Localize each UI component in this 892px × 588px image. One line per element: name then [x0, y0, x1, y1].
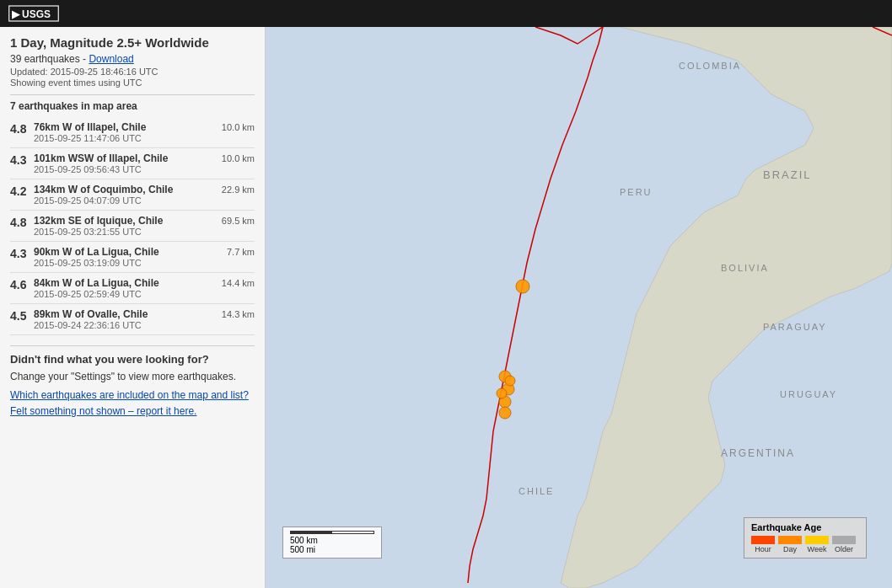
- uruguay-label: URUGUAY: [780, 389, 837, 399]
- paraguay-label: PARAGUAY: [763, 322, 827, 332]
- legend-color-box: [805, 536, 829, 544]
- scale-bar-line: [290, 531, 374, 534]
- scale-bar: 500 km 500 mi: [282, 527, 382, 559]
- eq-magnitude: 4.2: [10, 184, 34, 198]
- download-link[interactable]: Download: [89, 53, 133, 65]
- didnt-find-heading: Didn't find what you were looking for?: [10, 353, 255, 366]
- legend-color-label: Week: [808, 545, 827, 553]
- earthquake-list-item-4[interactable]: 4.8 132km SE of Iquique, Chile 2015-09-2…: [10, 211, 255, 242]
- brazil-label: BRAZIL: [763, 168, 812, 181]
- peru-label: PERU: [620, 187, 653, 197]
- eq-magnitude: 4.6: [10, 277, 34, 291]
- legend-color-box: [832, 536, 856, 544]
- scale-km: 500 km: [290, 536, 374, 545]
- eq-details: 101km WSW of Illapel, Chile 2015-09-25 0…: [34, 152, 212, 174]
- eq-location: 76km W of Illapel, Chile: [34, 121, 212, 133]
- argentina-label: ARGENTINA: [721, 447, 795, 459]
- page-title: 1 Day, Magnitude 2.5+ Worldwide: [10, 35, 255, 50]
- eq-magnitude: 4.8: [10, 121, 34, 136]
- header: ▶ USGS: [0, 0, 892, 27]
- eq-time: 2015-09-25 04:07:09 UTC: [34, 195, 212, 206]
- eq-magnitude: 4.3: [10, 246, 34, 260]
- eq-depth: 10.0 km: [212, 121, 255, 132]
- didnt-find-text: Change your "Settings" to view more eart…: [10, 371, 255, 382]
- eq-depth: 10.0 km: [212, 152, 255, 163]
- sidebar: 1 Day, Magnitude 2.5+ Worldwide 39 earth…: [0, 27, 266, 588]
- eq-details: 76km W of Illapel, Chile 2015-09-25 11:4…: [34, 121, 212, 143]
- felt-something-link[interactable]: Felt something not shown – report it her…: [10, 405, 255, 417]
- map-svg: COLOMBIA PERU BRAZIL BOLIVIA PARAGUAY UR…: [266, 27, 892, 588]
- eq-depth: 14.4 km: [212, 277, 255, 288]
- eq-details: 90km W of La Ligua, Chile 2015-09-25 03:…: [34, 246, 212, 268]
- chile-label: CHILE: [519, 486, 554, 496]
- earthquake-count: 39 earthquakes - Download: [10, 53, 255, 65]
- eq-time: 2015-09-25 11:47:06 UTC: [34, 133, 212, 143]
- map-area-count: 7 earthquakes in map area: [10, 94, 255, 112]
- which-earthquakes-link[interactable]: Which earthquakes are included on the ma…: [10, 389, 255, 401]
- usgs-logo: ▶ USGS: [8, 4, 59, 23]
- earthquake-list-item-3[interactable]: 4.2 134km W of Coquimbo, Chile 2015-09-2…: [10, 179, 255, 211]
- colombia-label: COLOMBIA: [679, 61, 741, 71]
- updated-time: Updated: 2015-09-25 18:46:16 UTC: [10, 67, 255, 77]
- eq-details: 132km SE of Iquique, Chile 2015-09-25 03…: [34, 215, 212, 237]
- earthquake-list-item-1[interactable]: 4.8 76km W of Illapel, Chile 2015-09-25 …: [10, 117, 255, 148]
- eq-time: 2015-09-25 03:21:55 UTC: [34, 227, 212, 237]
- eq-details: 134km W of Coquimbo, Chile 2015-09-25 04…: [34, 184, 212, 206]
- legend-item-day: Day: [778, 536, 802, 553]
- legend-color-label: Day: [783, 545, 797, 553]
- eq-time: 2015-09-25 09:56:43 UTC: [34, 164, 212, 174]
- legend-colors: Hour Day Week Older: [751, 536, 859, 553]
- earthquake-marker-7[interactable]: [497, 388, 507, 398]
- eq-location: 134km W of Coquimbo, Chile: [34, 184, 212, 195]
- eq-depth: 69.5 km: [212, 215, 255, 226]
- svg-text:▶ USGS: ▶ USGS: [12, 8, 51, 20]
- eq-depth: 14.3 km: [212, 308, 255, 319]
- eq-depth: 22.9 km: [212, 184, 255, 195]
- earthquake-list: 4.8 76km W of Illapel, Chile 2015-09-25 …: [10, 117, 255, 335]
- legend-item-hour: Hour: [751, 536, 775, 553]
- map-container[interactable]: COLOMBIA PERU BRAZIL BOLIVIA PARAGUAY UR…: [266, 27, 892, 588]
- eq-magnitude: 4.8: [10, 215, 34, 229]
- earthquake-marker-6[interactable]: [505, 376, 515, 386]
- eq-details: 89km W of Ovalle, Chile 2015-09-24 22:36…: [34, 308, 212, 330]
- legend-color-box: [751, 536, 775, 544]
- legend-color-label: Older: [835, 545, 853, 553]
- legend-item-older: Older: [832, 536, 856, 553]
- earthquake-list-item-6[interactable]: 4.6 84km W of La Ligua, Chile 2015-09-25…: [10, 273, 255, 304]
- timezone-note: Showing event times using UTC: [10, 78, 255, 88]
- didnt-find-section: Didn't find what you were looking for? C…: [10, 345, 255, 417]
- legend-title: Earthquake Age: [751, 522, 859, 532]
- legend-color-box: [778, 536, 802, 544]
- scale-mi: 500 mi: [290, 545, 374, 554]
- earthquake-marker-5[interactable]: [499, 407, 511, 419]
- eq-location: 101km WSW of Illapel, Chile: [34, 152, 212, 164]
- eq-location: 89km W of Ovalle, Chile: [34, 308, 212, 320]
- eq-location: 84km W of La Ligua, Chile: [34, 277, 212, 289]
- main-content: 1 Day, Magnitude 2.5+ Worldwide 39 earth…: [0, 27, 892, 588]
- eq-magnitude: 4.5: [10, 308, 34, 323]
- legend: Earthquake Age Hour Day Week Older: [744, 517, 867, 559]
- earthquake-list-item-7[interactable]: 4.5 89km W of Ovalle, Chile 2015-09-24 2…: [10, 304, 255, 335]
- eq-location: 90km W of La Ligua, Chile: [34, 246, 212, 258]
- eq-depth: 7.7 km: [212, 246, 255, 257]
- eq-time: 2015-09-25 03:19:09 UTC: [34, 258, 212, 268]
- bolivia-label: BOLIVIA: [721, 263, 769, 273]
- eq-location: 132km SE of Iquique, Chile: [34, 215, 212, 227]
- legend-item-week: Week: [805, 536, 829, 553]
- earthquake-list-item-5[interactable]: 4.3 90km W of La Ligua, Chile 2015-09-25…: [10, 242, 255, 273]
- eq-time: 2015-09-24 22:36:16 UTC: [34, 320, 212, 330]
- eq-magnitude: 4.3: [10, 152, 34, 167]
- legend-color-label: Hour: [755, 545, 771, 553]
- earthquake-marker-1[interactable]: [516, 280, 529, 293]
- eq-details: 84km W of La Ligua, Chile 2015-09-25 02:…: [34, 277, 212, 299]
- earthquake-list-item-2[interactable]: 4.3 101km WSW of Illapel, Chile 2015-09-…: [10, 148, 255, 179]
- eq-time: 2015-09-25 02:59:49 UTC: [34, 289, 212, 299]
